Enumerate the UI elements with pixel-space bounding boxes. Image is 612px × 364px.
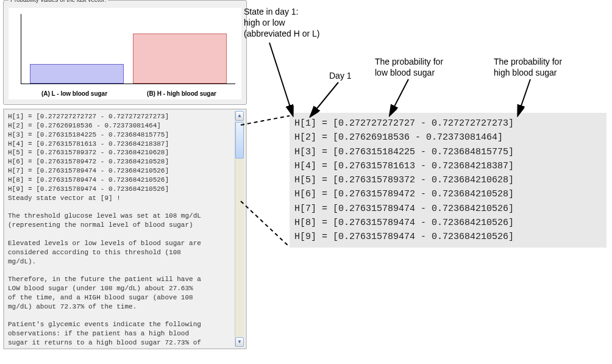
svg-line-2: [241, 201, 290, 247]
svg-line-4: [311, 82, 338, 116]
svg-line-1: [241, 116, 290, 125]
svg-line-5: [390, 79, 408, 115]
arrow-overlay: [0, 0, 612, 364]
svg-line-6: [518, 79, 530, 115]
svg-line-3: [269, 43, 293, 115]
